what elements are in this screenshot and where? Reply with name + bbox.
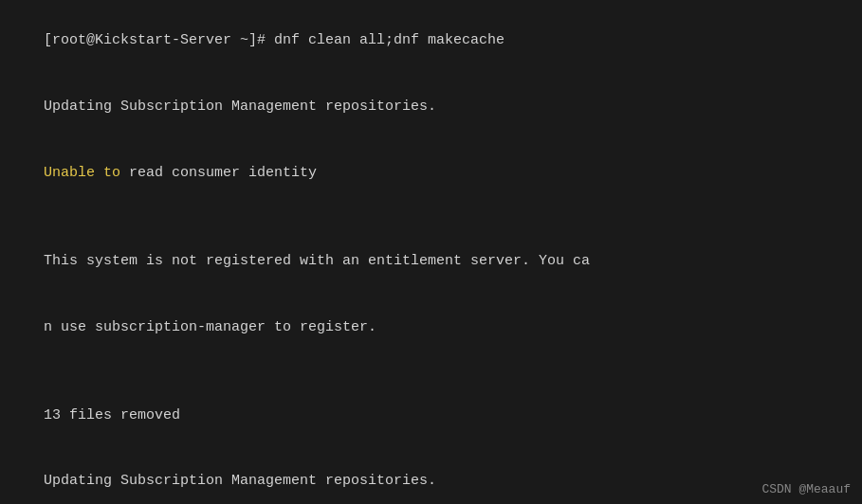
output-line-5: 13 files removed <box>9 382 853 448</box>
output-line-1: Updating Subscription Management reposit… <box>9 74 853 140</box>
output-line-6: Updating Subscription Management reposit… <box>9 448 853 504</box>
blank-line-1 <box>9 206 853 227</box>
watermark: CSDN @Meaauf <box>761 482 851 496</box>
command-line: [root@Kickstart-Server ~]# dnf clean all… <box>9 8 853 74</box>
output-line-4: n use subscription-manager to register. <box>9 294 853 360</box>
blank-line-2 <box>9 360 853 382</box>
output-line-3: This system is not registered with an en… <box>9 228 853 295</box>
warning-line-1: Unable to read consumer identity <box>9 140 853 207</box>
terminal: [root@Kickstart-Server ~]# dnf clean all… <box>0 0 862 504</box>
